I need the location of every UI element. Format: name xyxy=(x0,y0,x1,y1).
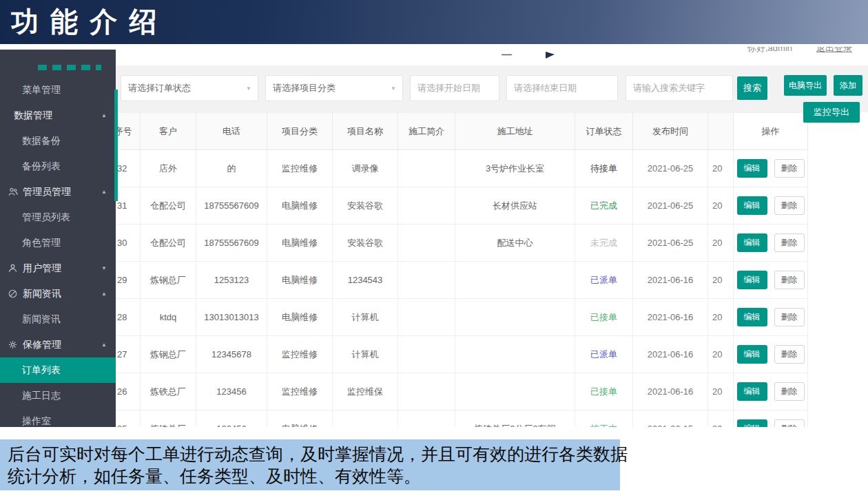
column-header-text: 电话 xyxy=(223,125,240,138)
edit-button[interactable]: 编辑 xyxy=(737,233,767,252)
cell-actions: 编辑删除 xyxy=(734,373,808,410)
sidebar-item-8[interactable]: 新闻资讯▲ xyxy=(0,281,116,306)
publish-date: 2021-06-16 xyxy=(648,312,694,322)
edit-button[interactable]: 编辑 xyxy=(737,159,767,178)
cell-category: 监控维修 xyxy=(267,373,333,410)
admin-app-window: — 你好,admin 退出登录 菜单管理数据管理▲数据备份备份列表管理员管理▲管… xyxy=(0,44,868,427)
chevron-down-icon: ▼ xyxy=(391,85,396,92)
cell-address: 长材供应站 xyxy=(455,187,575,224)
edit-button[interactable]: 编辑 xyxy=(737,271,767,289)
publish-date: 2021-06-16 xyxy=(648,386,694,397)
column-header-text: 序号 xyxy=(116,125,132,138)
edit-button[interactable]: 编辑 xyxy=(737,382,767,401)
sidebar-logo-clipped xyxy=(38,65,101,70)
status-badge: 已完成 xyxy=(590,200,617,212)
caption-line-1: 后台可实时对每个工单进行动态查询，及时掌握情况，并且可有效的进行各类数据 xyxy=(8,443,612,465)
cell-status: 待接单 xyxy=(575,150,633,187)
sidebar-item-2[interactable]: 数据备份 xyxy=(0,128,116,154)
keyword-search-input[interactable]: 请输入搜索关键字 xyxy=(626,75,733,101)
sidebar-item-3[interactable]: 备份列表 xyxy=(0,154,116,179)
delete-button[interactable]: 删除 xyxy=(774,345,805,364)
status-badge: 已派单 xyxy=(590,348,617,361)
cell-brief xyxy=(398,336,455,373)
user-greeting: 你好,admin xyxy=(747,47,792,57)
sidebar-item-6[interactable]: 角色管理 xyxy=(0,230,116,256)
column-header-0: 序号 xyxy=(116,113,141,149)
publish-date: 2021-06-25 xyxy=(648,163,694,174)
edit-button[interactable]: 编辑 xyxy=(737,345,767,364)
cell-id: 29 xyxy=(116,262,141,298)
project-category-select[interactable]: 请选择项目分类 ▼ xyxy=(265,75,403,101)
cell-customer: 店外 xyxy=(141,150,196,187)
cell-actions: 编辑删除 xyxy=(734,410,808,427)
delete-button[interactable]: 删除 xyxy=(774,419,805,427)
order-status-select[interactable]: 请选择订单状态 ▼ xyxy=(121,75,258,101)
sidebar-item-10[interactable]: 保修管理▲ xyxy=(0,332,116,357)
cell-extra: 20 xyxy=(708,150,734,187)
column-header-5: 施工简介 xyxy=(398,113,455,149)
sidebar-scrollbar[interactable] xyxy=(114,90,118,201)
sidebar-item-label: 操作室 xyxy=(22,415,51,428)
column-header-8: 发布时间 xyxy=(633,113,708,149)
sidebar-item-11[interactable]: 订单列表 xyxy=(0,357,116,383)
column-header-10: 操作 xyxy=(734,113,808,149)
sidebar-item-label: 用户管理 xyxy=(23,262,61,275)
cell-category: 电脑维修 xyxy=(267,225,333,261)
table-row: 32店外的监控维修调录像3号炉作业长室待接单2021-06-2520编辑删除 xyxy=(116,150,808,187)
delete-button[interactable]: 删除 xyxy=(774,233,805,252)
column-header-2: 电话 xyxy=(196,113,267,149)
sidebar-item-9[interactable]: 新闻资讯 xyxy=(0,306,116,332)
delete-button[interactable]: 删除 xyxy=(774,308,805,326)
compass-icon xyxy=(8,289,18,299)
slide-banner: 功 能 介 绍 xyxy=(0,0,868,44)
logout-link[interactable]: 退出登录 xyxy=(816,47,852,57)
caption-line-2: 统计分析，如任务量、任务类型、及时性、有效性等。 xyxy=(8,465,612,487)
cell-brief xyxy=(398,225,455,261)
users-icon xyxy=(8,187,18,197)
cell-id: 31 xyxy=(116,187,141,224)
start-date-input[interactable]: 请选择开始日期 xyxy=(410,75,499,101)
edit-button[interactable]: 编辑 xyxy=(737,308,767,326)
column-header-4: 项目名称 xyxy=(333,113,398,149)
sidebar-item-4[interactable]: 管理员管理▲ xyxy=(0,179,116,205)
sidebar-item-label: 新闻资讯 xyxy=(23,288,61,300)
sidebar-item-5[interactable]: 管理员列表 xyxy=(0,205,116,230)
cell-project: 监控维保 xyxy=(333,373,398,410)
flag-icon[interactable] xyxy=(546,52,555,59)
cell-publish-time: 2021-06-16 xyxy=(633,373,708,410)
cell-category: 电脑维修 xyxy=(267,187,333,224)
sidebar-item-7[interactable]: 用户管理▼ xyxy=(0,256,116,281)
table-row: 29炼钢总厂1253123电脑维修1234543已派单2021-06-1620编… xyxy=(116,262,808,299)
table-header: 序号客户电话项目分类项目名称施工简介施工地址订单状态发布时间操作 xyxy=(116,112,808,150)
app-topbar: — 你好,admin 退出登录 xyxy=(0,44,868,65)
sidebar-item-label: 备份列表 xyxy=(22,160,61,173)
cell-category: 监控维修 xyxy=(267,150,333,187)
cell-brief xyxy=(398,187,455,224)
sidebar-item-0[interactable]: 菜单管理 xyxy=(0,77,116,103)
sidebar-item-label: 订单列表 xyxy=(22,364,61,377)
delete-button[interactable]: 删除 xyxy=(774,271,805,289)
sidebar-item-12[interactable]: 施工日志 xyxy=(0,383,116,408)
edit-button[interactable]: 编辑 xyxy=(737,196,767,215)
export-monitor-button[interactable]: 监控导出 xyxy=(803,102,860,123)
sidebar: 菜单管理数据管理▲数据备份备份列表管理员管理▲管理员列表角色管理用户管理▼新闻资… xyxy=(0,50,116,427)
cell-brief xyxy=(398,299,455,335)
status-badge: 已接单 xyxy=(590,311,617,324)
slide-caption: 后台可实时对每个工单进行动态查询，及时掌握情况，并且可有效的进行各类数据 统计分… xyxy=(0,439,620,490)
end-date-input[interactable]: 请选择结束日期 xyxy=(506,75,618,101)
delete-button[interactable]: 删除 xyxy=(774,159,805,178)
edit-button[interactable]: 编辑 xyxy=(737,419,767,427)
column-header-9 xyxy=(708,113,734,149)
delete-button[interactable]: 删除 xyxy=(774,382,805,401)
cell-publish-time: 2021-06-25 xyxy=(633,187,708,224)
search-button[interactable]: 搜索 xyxy=(737,76,767,100)
cell-id: 28 xyxy=(116,299,141,335)
sidebar-item-1[interactable]: 数据管理▲ xyxy=(0,103,116,128)
delete-button[interactable]: 删除 xyxy=(774,196,805,215)
minimize-icon[interactable]: — xyxy=(502,48,512,60)
cell-id: 26 xyxy=(116,373,141,410)
export-pc-button[interactable]: 电脑导出 xyxy=(784,75,827,96)
sidebar-item-13[interactable]: 操作室 xyxy=(0,408,116,427)
cell-phone: 123456 xyxy=(196,410,267,427)
add-button[interactable]: 添加 xyxy=(834,75,862,96)
